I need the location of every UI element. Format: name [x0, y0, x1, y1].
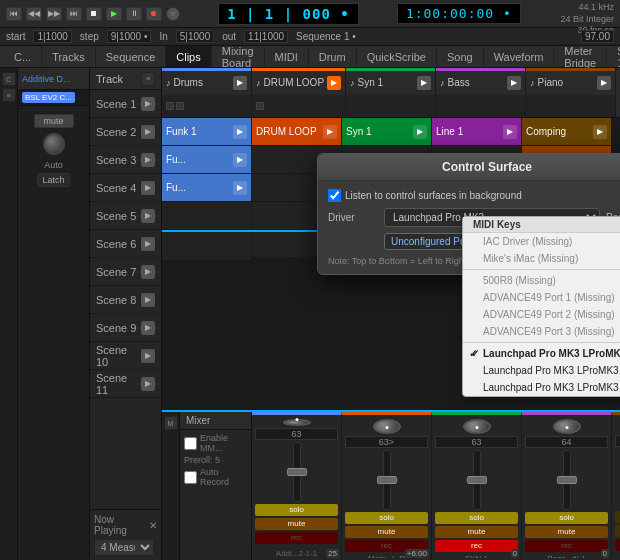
step-value[interactable]: 9|1000 • [107, 30, 152, 43]
scene-8-label: Scene 8 [96, 294, 136, 306]
dropdown-launchpad-midi[interactable]: Launchpad Pro MK3 LProMK3 MIDI [463, 379, 620, 396]
dropdown-advance49-3[interactable]: ADVANCE49 Port 3 (Missing) [463, 323, 620, 340]
scene-11-label: Scene 11 [96, 372, 141, 396]
dropdown-launchpad-daw[interactable]: ✓Launchpad Pro MK3 LProMK3 DAW [463, 345, 620, 362]
latch-select[interactable]: Latch [37, 173, 69, 187]
scene-row-2: Scene 2 ▶ [90, 118, 161, 146]
forward-button[interactable]: ▶▶ [46, 7, 62, 21]
scene-row-7: Scene 7 ▶ [90, 258, 161, 286]
timecode-main: 1 | 1 | 000 • [218, 3, 359, 25]
scene-3-label: Scene 3 [96, 154, 136, 166]
midi-keys-header: MIDI Keys [463, 217, 620, 233]
listen-checkbox[interactable] [328, 189, 341, 202]
info-bar: start 1|1000 step 9|1000 • In 5|1000 out… [0, 28, 620, 46]
in-label: In [159, 31, 167, 42]
now-playing: Now Playing ✕ 4 Measures 2 Measures 1 Me… [90, 509, 161, 560]
tab-quickscribe[interactable]: QuickScribe [357, 46, 437, 67]
additive-panel: Additive D... BSL EV2 C... mute Auto Lat… [18, 68, 90, 560]
scene-11-launch[interactable]: ▶ [141, 377, 155, 391]
additive-label: Additive D... [22, 74, 71, 84]
scene-4-label: Scene 4 [96, 182, 136, 194]
now-playing-close[interactable]: ✕ [149, 520, 157, 531]
tab-mixing[interactable]: Mixing Board [212, 46, 265, 67]
driver-label: Driver [328, 212, 378, 223]
dropdown-iac[interactable]: IAC Driver (Missing) [463, 233, 620, 250]
scene-row-3: Scene 3 ▶ [90, 146, 161, 174]
modal-overlay: Control Surface Listen to control surfac… [162, 68, 620, 560]
scene-4-launch[interactable]: ▶ [141, 181, 155, 195]
track-header-label: Track [96, 73, 123, 85]
left-sidebar-settings[interactable]: ≡ [2, 88, 16, 102]
step-label: step [80, 31, 99, 42]
out-label: out [222, 31, 236, 42]
tab-waveform[interactable]: Waveform [484, 46, 555, 67]
tab-song[interactable]: Song [437, 46, 484, 67]
instrument-knob[interactable] [43, 133, 65, 155]
sequence-label[interactable]: Sequence 1 • [296, 31, 356, 42]
record-button[interactable]: ⏺ [146, 7, 162, 21]
now-playing-select[interactable]: 4 Measures 2 Measures 1 Measure 8 Measur… [94, 539, 154, 556]
scene-row-4: Scene 4 ▶ [90, 174, 161, 202]
tab-meterbridge[interactable]: Meter Bridge [554, 46, 607, 67]
port-dropdown-menu: MIDI Keys IAC Driver (Missing) Mike's iM… [462, 216, 620, 397]
scene-9-launch[interactable]: ▶ [141, 321, 155, 335]
dropdown-500r8[interactable]: 500R8 (Missing) [463, 272, 620, 289]
dropdown-divider-2 [463, 342, 620, 343]
scene-2-label: Scene 2 [96, 126, 136, 138]
scene-3-launch[interactable]: ▶ [141, 153, 155, 167]
scene-10-label: Scene 10 [96, 344, 141, 368]
back-button[interactable]: ◀◀ [26, 7, 42, 21]
play-button[interactable]: ▶ [106, 7, 122, 21]
dropdown-launchpad-din[interactable]: Launchpad Pro MK3 LProMK3 DIN [463, 362, 620, 379]
loop-indicator: ○ [166, 7, 180, 21]
left-sidebar-toggle[interactable]: C [2, 72, 16, 86]
auto-label: Auto [44, 160, 63, 170]
track-panel-header: Track ≡ [90, 68, 161, 90]
mute-button[interactable]: mute [34, 114, 74, 128]
scene-row-10: Scene 10 ▶ [90, 342, 161, 370]
scene-7-label: Scene 7 [96, 266, 136, 278]
tab-c[interactable]: C... [4, 46, 42, 67]
start-value[interactable]: 1|1000 [33, 30, 71, 43]
tab-midi[interactable]: MIDI [265, 46, 309, 67]
start-label: start [6, 31, 25, 42]
scene-9-label: Scene 9 [96, 322, 136, 334]
modal-title: Control Surface [318, 154, 620, 181]
tab-drum[interactable]: Drum [309, 46, 357, 67]
dropdown-advance49-2[interactable]: ADVANCE49 Port 2 (Missing) [463, 306, 620, 323]
scene-6-label: Scene 6 [96, 238, 136, 250]
scene-7-launch[interactable]: ▶ [141, 265, 155, 279]
scene-row-11: Scene 11 ▶ [90, 370, 161, 398]
dropdown-divider-1 [463, 269, 620, 270]
tab-clips[interactable]: Clips [166, 46, 211, 67]
scene-row-5: Scene 5 ▶ [90, 202, 161, 230]
stop-button[interactable]: ⏹ [86, 7, 102, 21]
scene-1-label: Scene 1 [96, 98, 136, 110]
scene-5-launch[interactable]: ▶ [141, 209, 155, 223]
dropdown-advance49-1[interactable]: ADVANCE49 Port 1 (Missing) [463, 289, 620, 306]
scene-8-launch[interactable]: ▶ [141, 293, 155, 307]
in-value[interactable]: 5|1000 [176, 30, 214, 43]
tab-sequence[interactable]: Sequence [96, 46, 167, 67]
track-panel-menu[interactable]: ≡ [141, 72, 155, 86]
main-layout: C ≡ Additive D... BSL EV2 C... mute Auto… [0, 68, 620, 560]
dropdown-mikes[interactable]: Mike's iMac (Missing) [463, 250, 620, 267]
rewind-button[interactable]: ⏮ [6, 7, 22, 21]
scene-row-8: Scene 8 ▶ [90, 286, 161, 314]
tab-tracks[interactable]: Tracks [42, 46, 96, 67]
scene-2-launch[interactable]: ▶ [141, 125, 155, 139]
additive-header: Additive D... [18, 68, 89, 90]
clips-area: ♪ Drums ▶ ♪ DRUM LOOP ▶ [162, 68, 620, 560]
scene-1-launch[interactable]: ▶ [141, 97, 155, 111]
scene-row-1: Scene 1 ▶ [90, 90, 161, 118]
tab-sequence1[interactable]: Sequence 1 [607, 46, 620, 67]
transport-bar: ⏮ ◀◀ ▶▶ ⏭ ⏹ ▶ ⏸ ⏺ ○ 1 | 1 | 000 • 1:00:0… [0, 0, 620, 28]
end-button[interactable]: ⏭ [66, 7, 82, 21]
out-value[interactable]: 11|1000 [244, 30, 288, 43]
left-controls: C ≡ [0, 68, 18, 560]
scene-6-launch[interactable]: ▶ [141, 237, 155, 251]
bpm-value[interactable]: 97.00 [581, 30, 614, 43]
scene-10-launch[interactable]: ▶ [141, 349, 155, 363]
pause-button[interactable]: ⏸ [126, 7, 142, 21]
listen-row: Listen to control surfaces in background [328, 189, 620, 202]
